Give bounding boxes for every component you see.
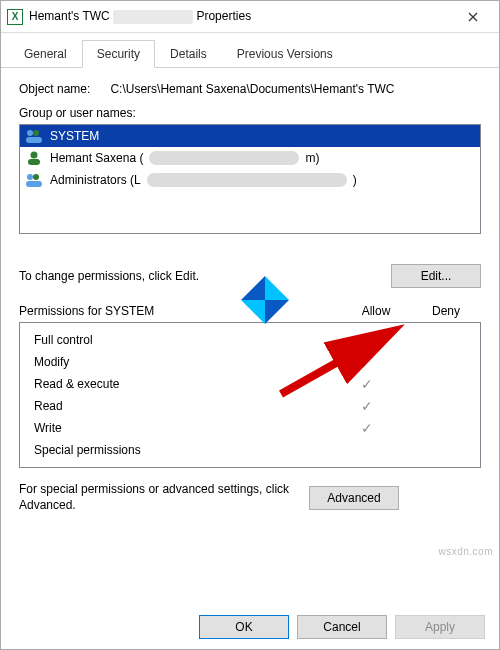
svg-rect-2 bbox=[26, 137, 42, 143]
list-item-administrators[interactable]: Administrators (L ) bbox=[20, 169, 480, 191]
title-prefix: Hemant's TWC bbox=[29, 9, 110, 23]
dialog-button-bar: OK Cancel Apply bbox=[1, 605, 499, 649]
svg-point-3 bbox=[31, 152, 38, 159]
allow-check-icon: ✓ bbox=[332, 376, 402, 392]
tab-details[interactable]: Details bbox=[155, 40, 222, 68]
edit-button[interactable]: Edit... bbox=[391, 264, 481, 288]
list-item-suffix: m) bbox=[305, 151, 319, 165]
permissions-box: Full control ✓ Modify ✓ Read & execute ✓… bbox=[19, 322, 481, 468]
user-icon bbox=[24, 150, 44, 166]
svg-point-5 bbox=[27, 174, 33, 180]
permissions-for-label: Permissions for SYSTEM bbox=[19, 304, 341, 318]
title-redacted bbox=[113, 10, 193, 24]
permission-name: Modify bbox=[28, 355, 332, 369]
svg-rect-4 bbox=[28, 159, 40, 165]
svg-point-0 bbox=[27, 130, 33, 136]
group-listbox[interactable]: SYSTEM Hemant Saxena ( m) Administrators… bbox=[19, 124, 481, 234]
object-name-label: Object name: bbox=[19, 82, 90, 96]
tab-security[interactable]: Security bbox=[82, 40, 155, 68]
group-label: Group or user names: bbox=[19, 106, 481, 120]
group-icon bbox=[24, 128, 44, 144]
group-icon bbox=[24, 172, 44, 188]
advanced-button[interactable]: Advanced bbox=[309, 486, 399, 510]
advanced-row: For special permissions or advanced sett… bbox=[19, 482, 481, 513]
list-item-user[interactable]: Hemant Saxena ( m) bbox=[20, 147, 480, 169]
excel-icon: X bbox=[7, 9, 23, 25]
permission-row: Full control ✓ bbox=[28, 329, 472, 351]
redacted-domain bbox=[147, 173, 347, 187]
allow-check-icon: ✓ bbox=[332, 332, 402, 348]
tab-strip: General Security Details Previous Versio… bbox=[1, 33, 499, 68]
permission-row: Read & execute ✓ bbox=[28, 373, 472, 395]
list-item-label: Administrators (L bbox=[50, 173, 141, 187]
list-item-system[interactable]: SYSTEM bbox=[20, 125, 480, 147]
permission-name: Read bbox=[28, 399, 332, 413]
titlebar: X Hemant's TWC Properties bbox=[1, 1, 499, 33]
list-item-suffix: ) bbox=[353, 173, 357, 187]
svg-point-1 bbox=[33, 130, 39, 136]
title-suffix: Properties bbox=[196, 9, 251, 23]
window-title: Hemant's TWC Properties bbox=[29, 9, 453, 24]
tab-general[interactable]: General bbox=[9, 40, 82, 68]
object-name-value: C:\Users\Hemant Saxena\Documents\Hemant'… bbox=[110, 82, 394, 96]
redacted-email bbox=[149, 151, 299, 165]
deny-column-header: Deny bbox=[411, 304, 481, 318]
allow-check-icon: ✓ bbox=[332, 398, 402, 414]
tab-content: Object name: C:\Users\Hemant Saxena\Docu… bbox=[1, 68, 499, 605]
list-item-label: Hemant Saxena ( bbox=[50, 151, 143, 165]
ok-button[interactable]: OK bbox=[199, 615, 289, 639]
permission-name: Full control bbox=[28, 333, 332, 347]
properties-window: X Hemant's TWC Properties General Securi… bbox=[0, 0, 500, 650]
svg-rect-7 bbox=[26, 181, 42, 187]
permission-row: Modify ✓ bbox=[28, 351, 472, 373]
close-button[interactable] bbox=[453, 1, 493, 33]
allow-column-header: Allow bbox=[341, 304, 411, 318]
svg-point-6 bbox=[33, 174, 39, 180]
permission-name: Write bbox=[28, 421, 332, 435]
permission-name: Read & execute bbox=[28, 377, 332, 391]
cancel-button[interactable]: Cancel bbox=[297, 615, 387, 639]
object-name-row: Object name: C:\Users\Hemant Saxena\Docu… bbox=[19, 82, 481, 96]
change-permissions-text: To change permissions, click Edit. bbox=[19, 269, 199, 283]
advanced-text: For special permissions or advanced sett… bbox=[19, 482, 299, 513]
allow-check-icon: ✓ bbox=[332, 354, 402, 370]
permission-row: Read ✓ bbox=[28, 395, 472, 417]
tab-previous-versions[interactable]: Previous Versions bbox=[222, 40, 348, 68]
permission-name: Special permissions bbox=[28, 443, 332, 457]
permission-row: Write ✓ bbox=[28, 417, 472, 439]
permissions-header: Permissions for SYSTEM Allow Deny bbox=[19, 304, 481, 318]
allow-check-icon: ✓ bbox=[332, 420, 402, 436]
list-item-label: SYSTEM bbox=[50, 129, 99, 143]
edit-row: To change permissions, click Edit. Edit.… bbox=[19, 264, 481, 288]
watermark: wsxdn.com bbox=[438, 546, 493, 557]
permission-row: Special permissions bbox=[28, 439, 472, 461]
apply-button: Apply bbox=[395, 615, 485, 639]
